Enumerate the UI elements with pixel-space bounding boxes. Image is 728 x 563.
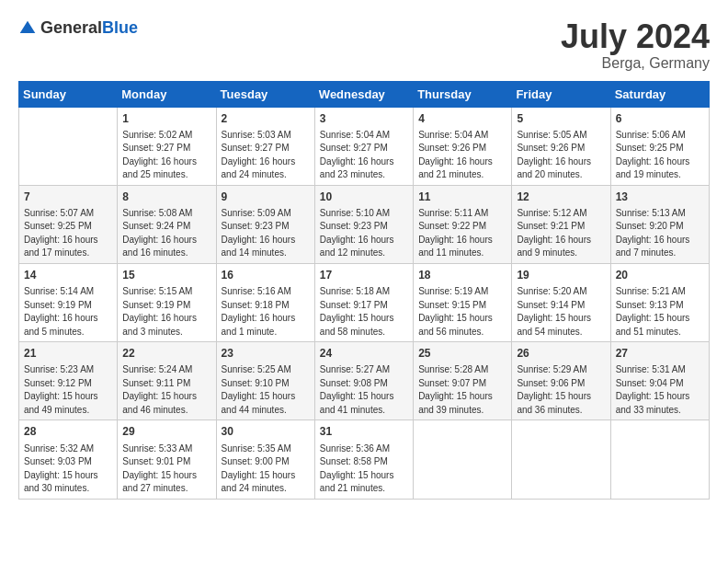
day-number: 22 — [122, 346, 210, 361]
day-cell: 13Sunrise: 5:13 AM Sunset: 9:20 PM Dayli… — [610, 185, 709, 263]
day-number: 4 — [418, 111, 506, 126]
day-cell: 22Sunrise: 5:24 AM Sunset: 9:11 PM Dayli… — [118, 342, 216, 420]
day-number: 24 — [320, 346, 408, 361]
day-number: 14 — [24, 268, 112, 282]
week-row-2: 7Sunrise: 5:07 AM Sunset: 9:25 PM Daylig… — [19, 185, 710, 263]
day-info: Sunrise: 5:28 AM Sunset: 9:07 PM Dayligh… — [418, 364, 493, 415]
day-number: 15 — [122, 268, 210, 282]
day-info: Sunrise: 5:09 AM Sunset: 9:23 PM Dayligh… — [222, 208, 296, 259]
day-number: 7 — [24, 190, 112, 204]
day-info: Sunrise: 5:05 AM Sunset: 9:26 PM Dayligh… — [517, 130, 591, 180]
header-cell-friday: Friday — [512, 81, 610, 107]
day-info: Sunrise: 5:36 AM Sunset: 8:58 PM Dayligh… — [320, 443, 394, 494]
header-row: SundayMondayTuesdayWednesdayThursdayFrid… — [19, 81, 710, 107]
day-info: Sunrise: 5:27 AM Sunset: 9:08 PM Dayligh… — [320, 364, 394, 415]
day-info: Sunrise: 5:15 AM Sunset: 9:19 PM Dayligh… — [122, 286, 197, 337]
day-info: Sunrise: 5:14 AM Sunset: 9:19 PM Dayligh… — [24, 286, 98, 337]
day-number: 28 — [24, 424, 112, 439]
header-cell-sunday: Sunday — [19, 81, 118, 107]
header-cell-thursday: Thursday — [414, 81, 512, 107]
day-cell: 16Sunrise: 5:16 AM Sunset: 9:18 PM Dayli… — [216, 263, 314, 341]
header-cell-wednesday: Wednesday — [314, 81, 413, 107]
day-number: 13 — [616, 190, 704, 204]
logo-blue: Blue — [102, 18, 138, 37]
day-number: 27 — [616, 346, 704, 361]
day-cell: 30Sunrise: 5:35 AM Sunset: 9:00 PM Dayli… — [216, 420, 314, 499]
day-cell: 17Sunrise: 5:18 AM Sunset: 9:17 PM Dayli… — [314, 263, 413, 341]
day-cell: 11Sunrise: 5:11 AM Sunset: 9:22 PM Dayli… — [414, 185, 512, 263]
day-info: Sunrise: 5:20 AM Sunset: 9:14 PM Dayligh… — [517, 286, 591, 337]
calendar-table: SundayMondayTuesdayWednesdayThursdayFrid… — [18, 81, 710, 500]
day-info: Sunrise: 5:04 AM Sunset: 9:26 PM Dayligh… — [418, 130, 493, 180]
day-info: Sunrise: 5:06 AM Sunset: 9:25 PM Dayligh… — [616, 130, 690, 180]
day-cell: 12Sunrise: 5:12 AM Sunset: 9:21 PM Dayli… — [512, 185, 610, 263]
day-cell: 5Sunrise: 5:05 AM Sunset: 9:26 PM Daylig… — [512, 107, 610, 185]
logo-general: General — [40, 18, 102, 37]
day-cell: 25Sunrise: 5:28 AM Sunset: 9:07 PM Dayli… — [414, 342, 512, 420]
day-info: Sunrise: 5:21 AM Sunset: 9:13 PM Dayligh… — [616, 286, 690, 337]
day-info: Sunrise: 5:24 AM Sunset: 9:11 PM Dayligh… — [122, 364, 197, 415]
day-cell — [610, 420, 709, 499]
day-info: Sunrise: 5:19 AM Sunset: 9:15 PM Dayligh… — [418, 286, 493, 337]
day-info: Sunrise: 5:07 AM Sunset: 9:25 PM Dayligh… — [24, 208, 98, 259]
day-number: 5 — [517, 111, 605, 126]
day-number: 11 — [418, 190, 506, 204]
day-info: Sunrise: 5:13 AM Sunset: 9:20 PM Dayligh… — [616, 208, 690, 259]
day-number: 12 — [517, 190, 605, 204]
day-info: Sunrise: 5:31 AM Sunset: 9:04 PM Dayligh… — [616, 364, 690, 415]
day-number: 9 — [222, 190, 310, 204]
day-cell: 3Sunrise: 5:04 AM Sunset: 9:27 PM Daylig… — [314, 107, 413, 185]
day-number: 3 — [320, 111, 408, 126]
day-cell: 9Sunrise: 5:09 AM Sunset: 9:23 PM Daylig… — [216, 185, 314, 263]
day-cell: 1Sunrise: 5:02 AM Sunset: 9:27 PM Daylig… — [118, 107, 216, 185]
day-number: 17 — [320, 268, 408, 282]
day-number: 8 — [122, 190, 210, 204]
header-cell-saturday: Saturday — [610, 81, 709, 107]
day-number: 2 — [222, 111, 310, 126]
logo: GeneralBlue — [18, 18, 138, 38]
day-info: Sunrise: 5:12 AM Sunset: 9:21 PM Dayligh… — [517, 208, 591, 259]
day-cell: 10Sunrise: 5:10 AM Sunset: 9:23 PM Dayli… — [314, 185, 413, 263]
day-info: Sunrise: 5:33 AM Sunset: 9:01 PM Dayligh… — [122, 443, 197, 494]
day-cell: 19Sunrise: 5:20 AM Sunset: 9:14 PM Dayli… — [512, 263, 610, 341]
logo-text: GeneralBlue — [40, 18, 138, 38]
day-number: 20 — [616, 268, 704, 282]
day-number: 6 — [616, 111, 704, 126]
day-number: 31 — [320, 424, 408, 439]
day-cell: 14Sunrise: 5:14 AM Sunset: 9:19 PM Dayli… — [19, 263, 118, 341]
day-number: 10 — [320, 190, 408, 204]
day-number: 1 — [122, 111, 210, 126]
day-number: 18 — [418, 268, 506, 282]
day-info: Sunrise: 5:23 AM Sunset: 9:12 PM Dayligh… — [24, 364, 98, 415]
day-info: Sunrise: 5:16 AM Sunset: 9:18 PM Dayligh… — [222, 286, 296, 337]
header-cell-monday: Monday — [118, 81, 216, 107]
calendar-header: SundayMondayTuesdayWednesdayThursdayFrid… — [19, 81, 710, 107]
day-info: Sunrise: 5:32 AM Sunset: 9:03 PM Dayligh… — [24, 443, 98, 494]
logo-icon — [18, 19, 37, 38]
week-row-4: 21Sunrise: 5:23 AM Sunset: 9:12 PM Dayli… — [19, 342, 710, 420]
day-number: 21 — [24, 346, 112, 361]
day-cell: 21Sunrise: 5:23 AM Sunset: 9:12 PM Dayli… — [19, 342, 118, 420]
day-info: Sunrise: 5:10 AM Sunset: 9:23 PM Dayligh… — [320, 208, 394, 259]
location-subtitle: Berga, Germany — [561, 55, 710, 72]
day-info: Sunrise: 5:08 AM Sunset: 9:24 PM Dayligh… — [122, 208, 197, 259]
day-cell: 4Sunrise: 5:04 AM Sunset: 9:26 PM Daylig… — [414, 107, 512, 185]
day-cell: 2Sunrise: 5:03 AM Sunset: 9:27 PM Daylig… — [216, 107, 314, 185]
day-cell: 23Sunrise: 5:25 AM Sunset: 9:10 PM Dayli… — [216, 342, 314, 420]
day-number: 19 — [517, 268, 605, 282]
day-number: 26 — [517, 346, 605, 361]
day-cell: 15Sunrise: 5:15 AM Sunset: 9:19 PM Dayli… — [118, 263, 216, 341]
svg-marker-0 — [20, 20, 36, 32]
day-cell: 18Sunrise: 5:19 AM Sunset: 9:15 PM Dayli… — [414, 263, 512, 341]
page-header: GeneralBlue July 2024 Berga, Germany — [18, 18, 710, 72]
day-cell: 26Sunrise: 5:29 AM Sunset: 9:06 PM Dayli… — [512, 342, 610, 420]
day-cell — [19, 107, 118, 185]
day-cell: 27Sunrise: 5:31 AM Sunset: 9:04 PM Dayli… — [610, 342, 709, 420]
day-info: Sunrise: 5:18 AM Sunset: 9:17 PM Dayligh… — [320, 286, 394, 337]
day-info: Sunrise: 5:29 AM Sunset: 9:06 PM Dayligh… — [517, 364, 591, 415]
day-info: Sunrise: 5:02 AM Sunset: 9:27 PM Dayligh… — [122, 130, 197, 180]
day-cell: 31Sunrise: 5:36 AM Sunset: 8:58 PM Dayli… — [314, 420, 413, 499]
day-cell — [512, 420, 610, 499]
day-cell: 20Sunrise: 5:21 AM Sunset: 9:13 PM Dayli… — [610, 263, 709, 341]
day-cell: 29Sunrise: 5:33 AM Sunset: 9:01 PM Dayli… — [118, 420, 216, 499]
